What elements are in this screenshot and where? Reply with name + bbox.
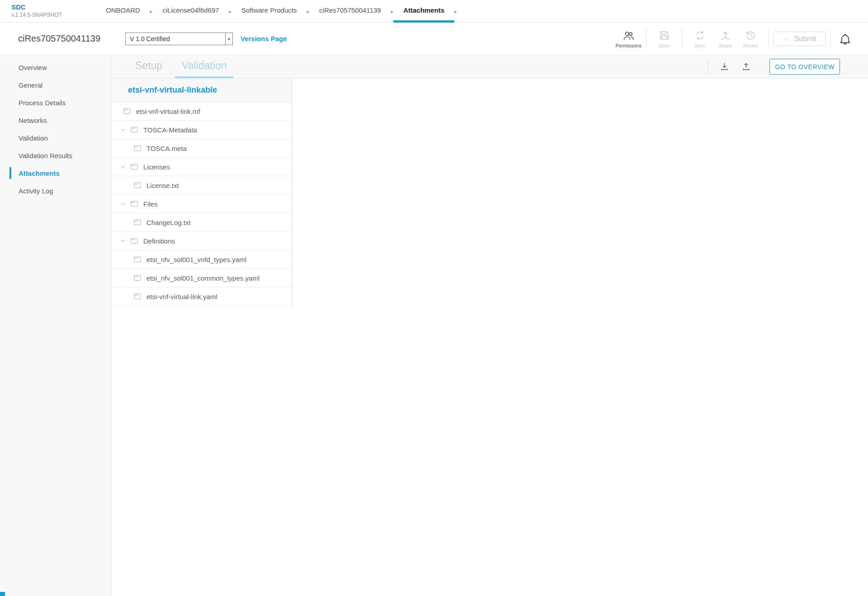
tree-row-etsi-vnf-virtual-link-mf[interactable]: etsi-vnf-virtual-link.mf: [111, 102, 292, 121]
app-build-version: v.1.14.5-SNAPSHOT: [11, 12, 62, 18]
version-select-value: V 1.0 Certified: [126, 33, 225, 45]
revert-button[interactable]: Revert: [738, 29, 763, 48]
tree-item-label: License.txt: [146, 182, 179, 189]
sidebar-item-overview[interactable]: Overview: [0, 59, 111, 76]
chevron-down-icon[interactable]: [120, 238, 126, 244]
tab-label: Setup: [135, 60, 162, 72]
left-sidebar: OverviewGeneralProcess DetailsNetworksVa…: [0, 55, 111, 596]
revert-icon: [745, 29, 757, 42]
sidebar-item-label: General: [19, 81, 42, 89]
sidebar-item-networks[interactable]: Networks: [0, 112, 111, 129]
download-icon[interactable]: [719, 61, 730, 72]
tree-row-etsi-nfv-sol001-common-types-yaml[interactable]: etsi_nfv_sol001_common_types.yaml: [111, 269, 292, 287]
sidebar-menu: OverviewGeneralProcess DetailsNetworksVa…: [0, 55, 111, 200]
tabs: SetupValidation: [128, 55, 239, 78]
dropdown-arrow-icon: ▾: [225, 33, 232, 45]
versions-page-link[interactable]: Versions Page: [241, 35, 287, 42]
breadcrumb-item-cilicense04f6d697[interactable]: ciLicense04f6d697: [152, 0, 229, 23]
file-icon: [133, 218, 142, 227]
tree-item-label: etsi_nfv_sol001_vnfd_types.yaml: [146, 256, 246, 263]
version-select[interactable]: V 1.0 Certified ▾: [125, 33, 233, 45]
breadcrumb-label: ONBOARD: [106, 6, 140, 14]
sidebar-item-general[interactable]: General: [0, 76, 111, 94]
save-icon: [658, 29, 670, 42]
tree-item-label: Licenses: [143, 163, 170, 171]
tree-item-label: Definitions: [143, 237, 175, 245]
action-label: Revert: [743, 43, 758, 48]
sidebar-item-label: Process Details: [19, 99, 66, 107]
sidebar-item-validation-results[interactable]: Validation Results: [0, 147, 111, 164]
divider: [708, 60, 708, 74]
breadcrumb-item-software-products[interactable]: Software Products: [231, 0, 307, 23]
sidebar-item-label: Overview: [19, 64, 47, 71]
action-items: PermissonsSaveSyncShareRevert: [616, 29, 774, 49]
sdc-logo[interactable]: SDC v.1.14.5-SNAPSHOT: [11, 3, 62, 18]
tree-row-etsi-vnf-virtual-link-yaml[interactable]: etsi-vnf-virtual-link.yaml: [111, 287, 292, 306]
tree-item-label: ChangeLog.txt: [146, 219, 191, 226]
folder-icon: [130, 125, 139, 134]
sidebar-item-label: Validation Results: [19, 152, 72, 160]
action-label: Permissons: [615, 43, 641, 48]
action-label: Save: [659, 43, 670, 48]
folder-icon: [130, 162, 139, 171]
divider: [646, 29, 646, 49]
tree-row-tosca-metadata[interactable]: TOSCA-Metadata: [111, 121, 292, 139]
breadcrumb-item-cires705750041139[interactable]: ciRes705750041139: [309, 0, 391, 23]
file-icon: [133, 181, 142, 190]
sidebar-item-label: Validation: [19, 134, 48, 142]
chevron-down-icon[interactable]: [120, 201, 126, 207]
tab-validation[interactable]: Validation: [175, 55, 233, 78]
file-icon: [133, 255, 142, 264]
divider: [768, 29, 769, 49]
file-icon: [123, 107, 132, 116]
breadcrumb-item-attachments[interactable]: Attachments: [393, 0, 454, 23]
app-name: SDC: [11, 3, 62, 12]
tree-row-etsi-nfv-sol001-vnfd-types-yaml[interactable]: etsi_nfv_sol001_vnfd_types.yaml: [111, 250, 292, 269]
attachments-panel: etsi-vnf-virtual-linkable etsi-vnf-virtu…: [111, 79, 292, 306]
breadcrumb-label: ciRes705750041139: [319, 6, 381, 14]
page-title: ciRes705750041139: [18, 33, 100, 44]
check-icon: [783, 35, 790, 42]
tree-row-definitions[interactable]: Definitions: [111, 232, 292, 250]
tab-strip: SetupValidation GO TO OVERVIEW: [111, 55, 868, 79]
submit-label: Submit: [794, 35, 816, 43]
breadcrumb-arrow-icon: ▸: [454, 0, 457, 23]
package-name: etsi-vnf-virtual-linkable: [111, 79, 292, 102]
divider: [682, 29, 682, 49]
upload-icon[interactable]: [741, 61, 751, 72]
submit-button[interactable]: Submit: [774, 32, 826, 46]
tab-strip-actions: GO TO OVERVIEW: [708, 55, 840, 78]
tree-row-license-txt[interactable]: License.txt: [111, 176, 292, 195]
sidebar-item-attachments[interactable]: Attachments: [0, 164, 111, 182]
breadcrumb: ONBOARD▸ciLicense04f6d697▸Software Produ…: [96, 0, 457, 23]
notifications-bell-icon[interactable]: [839, 33, 852, 46]
tree-item-label: etsi-vnf-virtual-link.yaml: [146, 293, 217, 300]
permissions-button[interactable]: Permissons: [616, 29, 641, 48]
tree-row-changelog-txt[interactable]: ChangeLog.txt: [111, 213, 292, 232]
folder-icon: [130, 236, 139, 245]
folder-icon: [130, 199, 139, 208]
breadcrumb-label: ciLicense04f6d697: [162, 6, 219, 14]
file-icon: [133, 273, 142, 282]
tab-setup[interactable]: Setup: [128, 55, 169, 78]
sidebar-corner-accent: [0, 592, 5, 596]
sidebar-item-validation[interactable]: Validation: [0, 129, 111, 147]
action-label: Share: [719, 43, 732, 48]
divider: [830, 29, 831, 49]
tree-row-tosca-meta[interactable]: TOSCA.meta: [111, 139, 292, 158]
go-to-overview-button[interactable]: GO TO OVERVIEW: [769, 59, 840, 75]
tree-row-files[interactable]: Files: [111, 195, 292, 213]
share-button[interactable]: Share: [712, 29, 738, 48]
tree-row-licenses[interactable]: Licenses: [111, 158, 292, 176]
sync-button[interactable]: Sync: [687, 29, 712, 48]
sidebar-item-process-details[interactable]: Process Details: [0, 94, 111, 112]
save-button[interactable]: Save: [651, 29, 677, 48]
breadcrumb-label: Attachments: [403, 6, 444, 14]
chevron-down-icon[interactable]: [120, 164, 126, 170]
chevron-down-icon[interactable]: [120, 127, 126, 133]
tab-label: Validation: [182, 60, 226, 72]
header-actions: PermissonsSaveSyncShareRevert Submit: [616, 23, 854, 55]
sidebar-item-activity-log[interactable]: Activity Log: [0, 182, 111, 200]
people-icon: [623, 29, 635, 42]
breadcrumb-item-onboard[interactable]: ONBOARD: [96, 0, 150, 23]
